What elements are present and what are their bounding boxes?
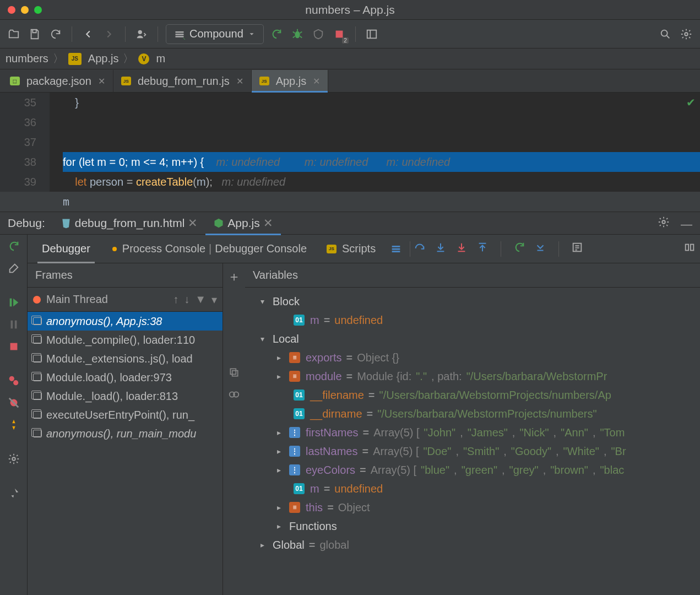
breadcrumb-file[interactable]: App.js: [88, 52, 119, 65]
back-icon[interactable]: [80, 26, 96, 42]
add-watch-icon[interactable]: ＋: [227, 268, 241, 285]
close-tab-icon[interactable]: ✕: [188, 217, 198, 230]
chevron-down-icon[interactable]: ▾: [261, 334, 268, 343]
var-row[interactable]: 01__dirname = "/Users/barbara/WebstormPr…: [245, 404, 700, 423]
chevron-right-icon[interactable]: ▸: [277, 428, 285, 437]
debug-icon[interactable]: [289, 26, 306, 42]
chevron-down-icon[interactable]: ▾: [261, 297, 268, 306]
var-row[interactable]: ▸Global = global: [245, 536, 700, 554]
chevron-right-icon[interactable]: ▸: [277, 466, 285, 474]
code-line[interactable]: }: [63, 93, 700, 112]
code-line[interactable]: let person = createTable(m); m: undefine…: [63, 172, 700, 192]
run-with-icon[interactable]: [133, 26, 150, 42]
zoom-window-button[interactable]: [34, 6, 42, 14]
breadcrumb-symbol[interactable]: m: [156, 52, 165, 65]
var-row[interactable]: ▸⋮firstNames = Array(5) ["John", "James"…: [245, 423, 700, 442]
close-tab-icon[interactable]: ✕: [263, 217, 273, 230]
code-line[interactable]: [63, 132, 700, 152]
var-row[interactable]: ▸⋮lastNames = Array(5) ["Doe", "Smith", …: [245, 442, 700, 461]
evaluate-icon[interactable]: [571, 241, 583, 256]
line-number[interactable]: 37: [0, 132, 36, 152]
debug-settings-icon[interactable]: —: [658, 216, 700, 231]
drop-frame-icon[interactable]: [534, 241, 546, 256]
pin-icon[interactable]: [6, 485, 22, 501]
tab-package-json[interactable]: ⬚ package.json ✕: [2, 70, 113, 92]
var-row[interactable]: ▸≡this = Object: [245, 498, 700, 517]
layout-icon[interactable]: [363, 26, 380, 42]
run-to-cursor-icon[interactable]: [513, 241, 525, 256]
settings-icon[interactable]: [678, 26, 694, 42]
var-row[interactable]: 01m = undefined: [245, 311, 700, 329]
force-step-into-icon[interactable]: [455, 241, 468, 256]
tab-app-js[interactable]: JS App.js ✕: [252, 70, 329, 92]
thread-dump-icon[interactable]: [6, 416, 22, 433]
run-icon[interactable]: [268, 26, 285, 42]
var-scope[interactable]: ▾Local: [245, 329, 700, 348]
save-icon[interactable]: [26, 26, 43, 42]
tab-process-console[interactable]: Process Console | Debugger Console: [100, 235, 317, 263]
filter-icon[interactable]: ▼: [195, 293, 206, 306]
breadcrumb-project[interactable]: numbers: [6, 52, 48, 65]
line-number[interactable]: 36: [0, 112, 36, 132]
chevron-right-icon[interactable]: ▸: [277, 353, 285, 362]
frame-row[interactable]: Module._load(), loader:813: [28, 387, 223, 405]
debug-tab-html[interactable]: debug_from_run.html ✕: [53, 212, 206, 235]
rerun-icon[interactable]: [6, 238, 22, 255]
var-row[interactable]: 01m = undefined: [245, 479, 700, 498]
debug-settings-icon[interactable]: [6, 451, 22, 467]
var-row[interactable]: ▸⋮eyeColors = Array(5) ["blue", "green",…: [245, 461, 700, 479]
stop-icon[interactable]: 2: [331, 26, 348, 42]
var-row[interactable]: 01__filename = "/Users/barbara/WebstormP…: [245, 386, 700, 404]
var-row[interactable]: ▸Functions: [245, 517, 700, 536]
debug-tab-appjs[interactable]: App.js ✕: [205, 212, 280, 235]
open-icon[interactable]: [6, 26, 22, 42]
thread-list-icon[interactable]: [386, 235, 406, 263]
chevron-right-icon[interactable]: ▸: [277, 522, 285, 531]
var-row[interactable]: ▸≡exports = Object {}: [245, 348, 700, 367]
mute-breakpoints-icon[interactable]: [6, 394, 22, 411]
frame-row[interactable]: Module.load(), loader:973: [28, 368, 223, 387]
watches-icon[interactable]: [228, 388, 240, 403]
chevron-right-icon[interactable]: ▸: [277, 372, 285, 381]
run-config-selector[interactable]: Compound: [166, 24, 264, 44]
chevron-right-icon[interactable]: ▸: [277, 447, 285, 456]
forward-icon[interactable]: [101, 26, 117, 42]
tab-scripts[interactable]: JS Scripts: [317, 235, 386, 263]
frame-row[interactable]: anonymous(), run_main_modu: [28, 424, 223, 443]
line-number[interactable]: 38: [0, 152, 36, 172]
step-into-icon[interactable]: [435, 241, 447, 256]
close-tab-icon[interactable]: ✕: [98, 76, 105, 86]
view-breakpoints-icon[interactable]: [6, 372, 22, 389]
line-number[interactable]: 35: [0, 93, 36, 112]
close-tab-icon[interactable]: ✕: [313, 76, 320, 86]
modify-run-config-icon[interactable]: [6, 260, 22, 277]
close-window-button[interactable]: [8, 6, 15, 14]
code-area[interactable]: } for (let m = 0; m <= 4; m++) { m: unde…: [50, 93, 700, 192]
copy-icon[interactable]: [229, 367, 240, 381]
tab-debugger[interactable]: Debugger: [32, 235, 100, 263]
next-frame-icon[interactable]: ↓: [184, 293, 189, 306]
resume-icon[interactable]: [6, 294, 22, 311]
var-row[interactable]: ▸≡module = Module {id: ".", path: "/User…: [245, 367, 700, 386]
code-line[interactable]: [63, 112, 700, 132]
step-over-icon[interactable]: [414, 241, 426, 256]
frame-row[interactable]: anonymous(), App.js:38: [28, 312, 223, 331]
pause-icon[interactable]: [6, 316, 22, 333]
line-number[interactable]: 39: [0, 172, 36, 192]
tab-debug-from-run[interactable]: JS debug_from_run.js ✕: [113, 70, 252, 92]
refresh-icon[interactable]: [47, 26, 64, 42]
var-scope[interactable]: ▾Block: [245, 292, 700, 311]
more-icon[interactable]: ▾: [211, 293, 217, 306]
minimize-window-button[interactable]: [21, 6, 29, 14]
frame-row[interactable]: Module._compile(), loader:110: [28, 331, 223, 349]
editor[interactable]: ✔ 35 36 37 38 39 } for (let m = 0; m <= …: [0, 93, 700, 192]
prev-frame-icon[interactable]: ↑: [173, 293, 178, 306]
frame-row[interactable]: executeUserEntryPoint(), run_: [28, 405, 223, 424]
search-icon[interactable]: [657, 26, 674, 42]
frame-row[interactable]: Module._extensions..js(), load: [28, 349, 223, 368]
code-line-current[interactable]: for (let m = 0; m <= 4; m++) { m: undefi…: [63, 152, 700, 172]
layout-restore-icon[interactable]: [683, 241, 696, 256]
stop-icon[interactable]: [6, 338, 22, 355]
chevron-right-icon[interactable]: ▸: [261, 540, 268, 549]
close-tab-icon[interactable]: ✕: [236, 76, 243, 86]
